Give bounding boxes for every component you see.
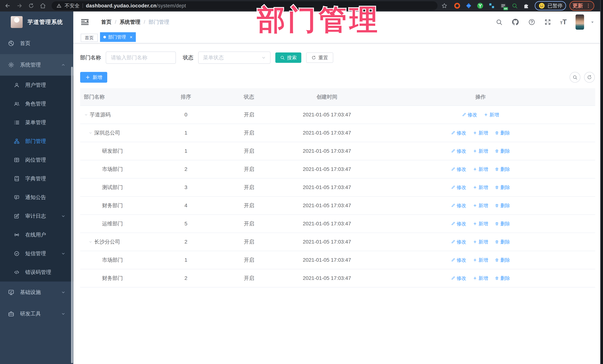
sidebar-item-在线用户[interactable]: 在线用户 bbox=[0, 225, 73, 244]
sidebar-item-首页[interactable]: 首页 bbox=[0, 33, 73, 54]
cell-status: 开启 bbox=[210, 256, 288, 264]
sidebar-collapse-icon[interactable] bbox=[81, 19, 89, 25]
expand-arrow-icon[interactable] bbox=[88, 131, 93, 135]
sidebar-item-菜单管理[interactable]: 菜单管理 bbox=[0, 113, 73, 132]
add-action-link[interactable]: 新增 bbox=[473, 184, 488, 191]
extension-squares-icon[interactable] bbox=[488, 2, 495, 9]
browser-home-icon[interactable] bbox=[40, 3, 46, 9]
extension-list-icon[interactable]: on bbox=[500, 2, 507, 9]
sidebar-scrollbar[interactable] bbox=[71, 67, 73, 363]
delete-action-link[interactable]: 删除 bbox=[495, 148, 510, 154]
sidebar-item-通知公告[interactable]: 通知公告 bbox=[0, 188, 73, 207]
show-search-toggle-button[interactable] bbox=[570, 72, 580, 83]
paused-extension-pill[interactable]: 已暂停 bbox=[535, 1, 566, 10]
edit-action-link[interactable]: 修改 bbox=[451, 275, 466, 282]
help-icon[interactable] bbox=[528, 19, 535, 26]
expand-arrow-icon[interactable] bbox=[84, 112, 88, 117]
tab-close-icon[interactable]: × bbox=[130, 35, 132, 39]
add-action-link[interactable]: 新增 bbox=[484, 111, 499, 118]
pencil-icon bbox=[451, 203, 455, 208]
delete-action-link[interactable]: 删除 bbox=[495, 184, 510, 191]
refresh-table-button[interactable] bbox=[584, 72, 595, 83]
search-icon[interactable] bbox=[496, 19, 503, 26]
edit-action-link[interactable]: 修改 bbox=[451, 257, 466, 263]
delete-action-link[interactable]: 删除 bbox=[495, 275, 510, 282]
bookmark-star-icon[interactable] bbox=[441, 3, 448, 9]
add-action-link[interactable]: 新增 bbox=[473, 239, 488, 245]
cell-created: 2021-01-05 17:03:47 bbox=[288, 221, 366, 227]
user-avatar[interactable] bbox=[576, 14, 584, 30]
sidebar-item-短信管理[interactable]: 短信管理 bbox=[0, 244, 73, 263]
plus-icon bbox=[473, 240, 477, 244]
edit-action-link[interactable]: 修改 bbox=[451, 166, 466, 173]
notice-icon bbox=[13, 195, 20, 200]
kebab-menu-icon[interactable] bbox=[586, 3, 591, 9]
table-row: 研发部门1开启2021-01-05 17:03:47修改新增删除 bbox=[80, 142, 595, 160]
extension-green-y-icon[interactable] bbox=[477, 2, 484, 9]
extension-magnifier-icon[interactable] bbox=[511, 2, 518, 9]
avatar-caret-down-icon[interactable] bbox=[590, 19, 595, 25]
edit-action-link[interactable]: 修改 bbox=[451, 184, 466, 191]
add-action-link[interactable]: 新增 bbox=[473, 148, 488, 154]
delete-action-link[interactable]: 删除 bbox=[495, 239, 510, 245]
search-button[interactable]: 搜索 bbox=[275, 53, 301, 63]
dept-name: 长沙分公司 bbox=[94, 238, 120, 245]
fullscreen-icon[interactable] bbox=[544, 19, 551, 26]
users-icon bbox=[13, 101, 20, 107]
url-text: dashboard.yudao.iocoder.cn/system/dept bbox=[86, 3, 186, 9]
tab-item[interactable]: 首页 bbox=[81, 34, 98, 42]
sidebar-item-用户管理[interactable]: 用户管理 bbox=[0, 76, 73, 94]
sidebar-item-字典管理[interactable]: 字典管理 bbox=[0, 169, 73, 188]
browser-reload-icon[interactable] bbox=[28, 3, 34, 9]
address-bar[interactable]: 不安全 dashboard.yudao.iocoder.cn/system/de… bbox=[52, 1, 438, 10]
browser-update-button[interactable]: 更新 bbox=[569, 1, 594, 11]
app-logo-row[interactable]: 芋道管理系统 bbox=[0, 11, 73, 33]
browser-back-icon[interactable] bbox=[4, 3, 11, 9]
delete-action-link[interactable]: 删除 bbox=[495, 166, 510, 173]
sidebar-item-基础设施[interactable]: 基础设施 bbox=[0, 282, 73, 303]
sidebar-item-系统管理[interactable]: 系统管理 bbox=[0, 54, 73, 76]
edit-action-link[interactable]: 修改 bbox=[451, 148, 466, 154]
window-scrollbar-edge[interactable] bbox=[600, 0, 603, 364]
sidebar-item-审计日志[interactable]: 审计日志 bbox=[0, 207, 73, 225]
sidebar-item-部门管理[interactable]: 部门管理 bbox=[0, 132, 73, 151]
add-action-link[interactable]: 新增 bbox=[473, 130, 488, 136]
dept-name-input[interactable] bbox=[106, 52, 176, 64]
add-button[interactable]: 新增 bbox=[80, 72, 107, 83]
filter-form: 部门名称 状态 菜单状态 搜索 重置 bbox=[80, 52, 596, 64]
table-row: 市场部门1开启2021-01-05 17:03:47修改新增删除 bbox=[80, 251, 595, 269]
breadcrumb-item[interactable]: 系统管理 bbox=[120, 19, 140, 26]
sidebar-item-研发工具[interactable]: 研发工具 bbox=[0, 303, 73, 325]
extension-gem-icon[interactable] bbox=[465, 2, 472, 9]
table-row: 市场部门2开启2021-01-05 17:03:47修改新增删除 bbox=[80, 160, 595, 178]
sidebar-item-岗位管理[interactable]: 岗位管理 bbox=[0, 151, 73, 169]
breadcrumb-item[interactable]: 首页 bbox=[101, 19, 112, 26]
github-icon[interactable] bbox=[511, 18, 519, 26]
add-action-link[interactable]: 新增 bbox=[473, 202, 488, 209]
sidebar-item-错误码管理[interactable]: 错误码管理 bbox=[0, 263, 73, 282]
edit-action-link[interactable]: 修改 bbox=[451, 239, 466, 245]
delete-action-link[interactable]: 删除 bbox=[495, 221, 510, 227]
add-action-link[interactable]: 新增 bbox=[473, 166, 488, 173]
font-size-icon[interactable]: TT bbox=[560, 18, 567, 26]
extension-ubuntu-icon[interactable] bbox=[454, 2, 461, 9]
edit-action-link[interactable]: 修改 bbox=[451, 202, 466, 209]
edit-action-link[interactable]: 修改 bbox=[451, 221, 466, 227]
edit-action-link[interactable]: 修改 bbox=[462, 111, 477, 118]
delete-action-link[interactable]: 删除 bbox=[495, 257, 510, 263]
add-action-link[interactable]: 新增 bbox=[473, 221, 488, 227]
extension-puzzle-icon[interactable] bbox=[523, 2, 530, 9]
tree-icon bbox=[13, 138, 20, 144]
expand-arrow-icon[interactable] bbox=[88, 240, 93, 244]
add-action-link[interactable]: 新增 bbox=[473, 257, 488, 263]
action-label: 新增 bbox=[478, 239, 488, 245]
tab-active[interactable]: 部门管理× bbox=[100, 32, 136, 42]
edit-action-link[interactable]: 修改 bbox=[451, 130, 466, 136]
add-action-link[interactable]: 新增 bbox=[473, 275, 488, 282]
browser-forward-icon[interactable] bbox=[16, 3, 23, 9]
delete-action-link[interactable]: 删除 bbox=[495, 130, 510, 136]
reset-button[interactable]: 重置 bbox=[306, 53, 333, 63]
status-select[interactable]: 菜单状态 bbox=[198, 52, 270, 64]
sidebar-item-角色管理[interactable]: 角色管理 bbox=[0, 94, 73, 113]
delete-action-link[interactable]: 删除 bbox=[495, 202, 510, 209]
